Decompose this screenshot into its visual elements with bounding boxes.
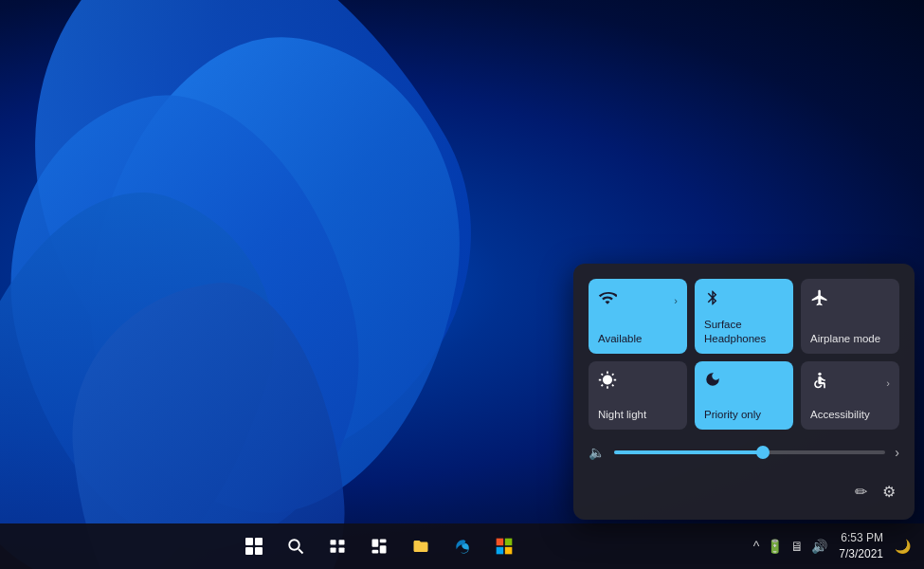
- tray-icons: ^ 🔋 🖥 🔊: [752, 537, 830, 556]
- system-tray: ^ 🔋 🖥 🔊 6:53 PM 7/3/2021 🌙: [752, 530, 924, 562]
- svg-rect-9: [380, 545, 387, 553]
- nightlight-tile[interactable]: Night light: [589, 361, 687, 430]
- wifi-icon: [598, 288, 617, 312]
- volume-expand-chevron[interactable]: ›: [895, 445, 899, 460]
- volume-slider-row: 🔈 ›: [589, 441, 899, 464]
- volume-icon: 🔈: [589, 445, 605, 460]
- svg-rect-14: [505, 547, 513, 555]
- svg-rect-4: [339, 540, 345, 544]
- volume-track[interactable]: [614, 450, 885, 454]
- accessibility-tile-top: ›: [810, 371, 890, 395]
- svg-rect-8: [380, 540, 387, 543]
- logo-quad-1: [245, 538, 253, 545]
- svg-rect-7: [372, 540, 379, 547]
- bluetooth-icon: [704, 288, 721, 312]
- logo-quad-2: [255, 538, 263, 545]
- logo-quad-4: [255, 547, 263, 555]
- start-button[interactable]: [235, 527, 273, 565]
- quick-settings-bottom: ✏ ⚙: [589, 475, 899, 505]
- bluetooth-tile[interactable]: SurfaceHeadphones: [695, 279, 793, 354]
- wifi-tile[interactable]: › Available: [589, 279, 687, 354]
- tray-chevron-icon[interactable]: ^: [752, 537, 762, 556]
- volume-fill: [614, 450, 763, 454]
- wifi-label: Available: [598, 332, 678, 346]
- windows-logo-icon: [245, 538, 263, 555]
- edge-icon: [453, 537, 472, 556]
- taskview-button[interactable]: [318, 527, 356, 565]
- svg-rect-13: [497, 547, 504, 555]
- widgets-button[interactable]: [360, 527, 398, 565]
- volume-tray-icon[interactable]: 🔊: [809, 537, 829, 556]
- svg-rect-3: [331, 540, 336, 544]
- quick-settings-panel: › Available SurfaceHeadphones: [573, 264, 915, 520]
- svg-rect-11: [497, 539, 504, 546]
- accessibility-chevron-icon[interactable]: ›: [886, 377, 890, 389]
- bluetooth-label: SurfaceHeadphones: [704, 318, 784, 346]
- search-icon: [287, 538, 304, 555]
- network-icon[interactable]: 🖥: [788, 537, 806, 556]
- taskbar-left: [0, 527, 752, 565]
- taskview-icon: [329, 538, 346, 555]
- focusassist-tile[interactable]: Priority only: [695, 361, 793, 430]
- accessibility-tile[interactable]: › Accessibility: [801, 361, 899, 430]
- airplane-icon: [810, 288, 829, 312]
- wifi-chevron-icon[interactable]: ›: [674, 295, 678, 306]
- focusassist-label: Priority only: [704, 408, 784, 422]
- settings-icon[interactable]: ⚙: [879, 479, 899, 505]
- edge-button[interactable]: [444, 527, 481, 565]
- logo-quad-3: [245, 547, 253, 555]
- airplane-tile[interactable]: Airplane mode: [801, 279, 899, 354]
- taskbar: ^ 🔋 🖥 🔊 6:53 PM 7/3/2021 🌙: [0, 523, 924, 569]
- sun-icon: [598, 371, 617, 395]
- wifi-tile-top: ›: [598, 288, 678, 312]
- search-button[interactable]: [277, 527, 315, 565]
- clock-area[interactable]: 6:53 PM 7/3/2021: [835, 530, 887, 562]
- fileexplorer-icon: [411, 538, 430, 555]
- accessibility-icon: [810, 371, 829, 395]
- airplane-label: Airplane mode: [810, 332, 890, 346]
- svg-rect-5: [331, 548, 336, 553]
- bluetooth-tile-top: [704, 288, 784, 312]
- moon-icon: [704, 371, 721, 393]
- accessibility-label: Accessibility: [810, 408, 890, 422]
- store-button[interactable]: [485, 527, 523, 565]
- edit-icon[interactable]: ✏: [851, 479, 871, 505]
- clock-date: 7/3/2021: [839, 546, 883, 562]
- volume-thumb[interactable]: [756, 446, 770, 459]
- clock-time: 6:53 PM: [841, 530, 883, 546]
- notifications-moon-icon[interactable]: 🌙: [893, 537, 913, 556]
- svg-point-0: [818, 373, 821, 376]
- svg-rect-12: [505, 539, 513, 546]
- store-icon: [495, 537, 514, 556]
- nightlight-tile-top: [598, 371, 678, 395]
- airplane-tile-top: [810, 288, 890, 312]
- fileexplorer-button[interactable]: [402, 527, 440, 565]
- battery-icon: 🔋: [765, 537, 785, 556]
- svg-rect-6: [339, 548, 345, 553]
- svg-rect-10: [372, 550, 379, 554]
- focusassist-tile-top: [704, 371, 784, 393]
- svg-line-2: [299, 549, 303, 554]
- svg-point-1: [290, 540, 300, 550]
- quick-settings-grid: › Available SurfaceHeadphones: [589, 279, 899, 430]
- widgets-icon: [371, 538, 388, 555]
- nightlight-label: Night light: [598, 408, 678, 422]
